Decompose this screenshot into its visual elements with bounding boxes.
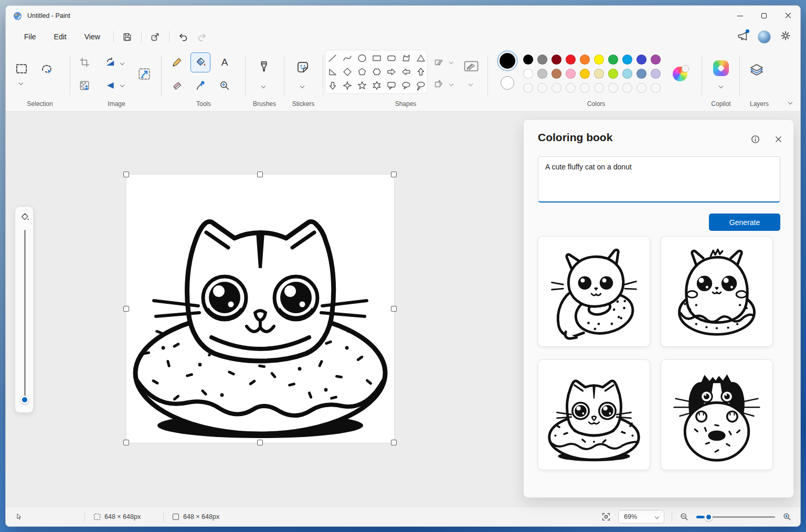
freeform-select-button[interactable]: [38, 60, 56, 78]
shape-rounded-rectangle[interactable]: [384, 51, 399, 65]
color-swatch[interactable]: [566, 55, 576, 65]
fill-tool-button-selected[interactable]: [190, 52, 210, 72]
edit-colors-button[interactable]: [673, 67, 687, 81]
shape-style-button[interactable]: [461, 58, 481, 74]
color-swatch[interactable]: [537, 69, 547, 79]
empty-color-slot[interactable]: [622, 83, 632, 93]
color-swatch[interactable]: [523, 69, 533, 79]
color-swatch[interactable]: [580, 69, 590, 79]
selection-handle-w[interactable]: [123, 306, 129, 312]
color-picker-button[interactable]: [193, 78, 209, 93]
rotate-button[interactable]: [102, 54, 119, 71]
empty-color-slot[interactable]: [552, 83, 561, 93]
color-swatch[interactable]: [608, 69, 618, 79]
empty-color-slot[interactable]: [637, 83, 646, 93]
primary-color-swatch[interactable]: [500, 53, 515, 69]
result-thumbnail-1[interactable]: [538, 236, 650, 347]
selection-handle-nw[interactable]: [123, 172, 129, 177]
resize-image-button[interactable]: [135, 65, 154, 83]
crop-button[interactable]: [76, 54, 93, 71]
zoom-out-button[interactable]: [680, 512, 689, 522]
brushes-dropdown-chevron[interactable]: [261, 84, 266, 88]
selection-handle-s[interactable]: [257, 440, 263, 445]
color-swatch[interactable]: [637, 55, 646, 65]
color-swatch[interactable]: [552, 69, 561, 79]
shape-diamond[interactable]: [340, 65, 355, 79]
selection-handle-e[interactable]: [391, 306, 397, 312]
empty-color-slot[interactable]: [537, 83, 547, 93]
shape-arrow-down[interactable]: [325, 79, 340, 92]
shape-oval[interactable]: [355, 51, 369, 65]
selection-handle-sw[interactable]: [123, 440, 129, 445]
shape-lightning[interactable]: [340, 92, 355, 94]
rotate-dropdown-chevron[interactable]: [120, 61, 124, 65]
maximize-button[interactable]: [752, 6, 776, 26]
eraser-tool-button[interactable]: [169, 78, 185, 93]
color-swatch[interactable]: [637, 69, 646, 79]
color-swatch[interactable]: [552, 55, 561, 65]
shape-speech-rounded[interactable]: [384, 79, 399, 92]
brushes-button[interactable]: [253, 56, 274, 77]
empty-color-slot[interactable]: [580, 83, 590, 93]
prompt-input[interactable]: A cute fluffy cat on a donut: [538, 156, 780, 203]
shape-star-five[interactable]: [355, 79, 369, 92]
tolerance-slider-thumb[interactable]: [20, 396, 29, 404]
tolerance-slider-track[interactable]: [24, 230, 26, 397]
selection-dropdown-chevron[interactable]: [19, 81, 23, 85]
color-swatch[interactable]: [608, 55, 618, 65]
text-tool-button[interactable]: A: [217, 55, 232, 70]
shape-star-four[interactable]: [340, 79, 355, 92]
flip-button[interactable]: [102, 77, 119, 94]
settings-button[interactable]: [780, 30, 791, 43]
outline-dropdown-chevron[interactable]: [449, 60, 453, 64]
generate-button[interactable]: Generate: [709, 214, 780, 231]
panel-close-button[interactable]: [772, 133, 784, 145]
shape-polygon[interactable]: [399, 51, 413, 65]
stickers-dropdown-chevron[interactable]: [300, 84, 304, 88]
magnifier-tool-button[interactable]: [217, 78, 232, 93]
color-swatch[interactable]: [622, 55, 632, 65]
copilot-dropdown-chevron[interactable]: [719, 84, 723, 88]
feedback-button[interactable]: [737, 30, 748, 44]
fit-to-screen-button[interactable]: [601, 512, 611, 522]
shape-arrow-up[interactable]: [413, 65, 428, 79]
shape-outline-button[interactable]: [432, 55, 446, 69]
empty-color-slot[interactable]: [651, 83, 661, 93]
color-swatch[interactable]: [651, 55, 661, 65]
zoom-slider-thumb[interactable]: [705, 513, 713, 521]
menu-edit[interactable]: Edit: [45, 29, 76, 45]
result-thumbnail-4[interactable]: [661, 359, 773, 470]
shape-star-six[interactable]: [369, 79, 384, 92]
info-button[interactable]: [749, 133, 761, 145]
zoom-slider-track[interactable]: [696, 516, 775, 518]
undo-button[interactable]: [174, 28, 193, 45]
result-thumbnail-2[interactable]: [661, 236, 773, 347]
collapse-ribbon-chevron[interactable]: [788, 100, 792, 104]
empty-color-slot[interactable]: [594, 83, 604, 93]
color-swatch[interactable]: [566, 69, 576, 79]
remove-background-button[interactable]: [76, 77, 93, 94]
account-avatar[interactable]: [758, 30, 771, 44]
color-swatch[interactable]: [523, 55, 533, 65]
color-swatch[interactable]: [594, 55, 604, 65]
color-swatch[interactable]: [622, 69, 632, 79]
color-swatch[interactable]: [651, 69, 661, 79]
zoom-in-button[interactable]: [782, 512, 792, 522]
shape-rectangle[interactable]: [369, 51, 384, 65]
shape-cloud[interactable]: [325, 92, 340, 94]
style-dropdown-chevron[interactable]: [469, 82, 473, 86]
zoom-level-dropdown[interactable]: 69%: [618, 510, 664, 524]
shape-speech-oval[interactable]: [399, 79, 413, 92]
color-swatch[interactable]: [580, 55, 590, 65]
layers-button[interactable]: [747, 60, 766, 79]
selection-handle-se[interactable]: [391, 440, 397, 445]
pencil-tool-button[interactable]: [169, 55, 185, 70]
minimize-button[interactable]: [728, 6, 752, 26]
selection-handle-ne[interactable]: [391, 172, 397, 177]
empty-color-slot[interactable]: [608, 83, 618, 93]
menu-file[interactable]: File: [15, 29, 45, 45]
empty-color-slot[interactable]: [566, 83, 576, 93]
empty-color-slot[interactable]: [523, 83, 533, 93]
shape-fill-button[interactable]: [432, 77, 446, 91]
shape-arrow-right[interactable]: [384, 65, 399, 79]
